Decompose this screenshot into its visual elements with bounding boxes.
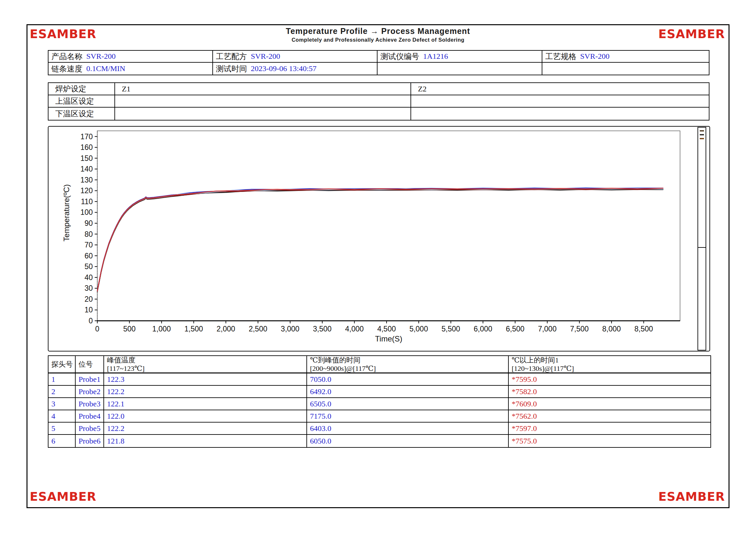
x-tick-label: 7,000: [538, 325, 556, 333]
probe-position-cell: Probe6: [76, 435, 104, 447]
y-tick-label: 170: [80, 133, 93, 141]
title-right: Process Management: [381, 27, 470, 36]
header-line: ℃以上的时间1: [512, 356, 559, 365]
x-tick-label: 0: [95, 325, 99, 333]
furnace-label: 焊炉设定: [51, 84, 86, 94]
time-above-cell: *7609.0: [509, 398, 711, 410]
zone-z2-label: Z2: [414, 85, 427, 93]
header-line: [120~130s]@[117℃]: [512, 365, 574, 373]
info-label: 产品名称: [51, 51, 82, 62]
probe-no-cell: 5: [48, 422, 76, 435]
temperature-chart: 0102030405060708090100110120130140150160…: [48, 127, 710, 351]
x-tick-label: 4,000: [345, 325, 364, 333]
time-to-peak-cell: 7175.0: [307, 410, 509, 422]
x-tick-label: 5,000: [410, 325, 428, 333]
y-axis-title: Temperature(ºC): [62, 185, 71, 242]
y-tick-label: 110: [81, 197, 93, 206]
info-label: 测试时间: [216, 64, 247, 74]
x-axis-title: Time(S): [375, 334, 402, 343]
temperature-chart-panel: 0102030405060708090100110120130140150160…: [48, 126, 710, 351]
info-label: 链条速度: [51, 64, 82, 74]
time-above-cell: *7595.0: [509, 373, 711, 386]
y-tick-label: 130: [80, 176, 93, 184]
info-value: SVR-200: [580, 52, 609, 61]
info-value: 1A1216: [423, 52, 448, 61]
y-tick-label: 30: [84, 284, 93, 292]
info-cell-test-time: 测试时间2023-09-06 13:40:57: [213, 63, 378, 75]
furnace-label: 下温区设定: [51, 109, 94, 119]
y-tick-label: 140: [80, 165, 93, 173]
time-above-cell: *7597.0: [509, 422, 711, 435]
peak-temp-cell: 122.1: [104, 398, 307, 410]
x-tick-label: 1,500: [185, 325, 203, 333]
probe-position-cell: Probe3: [76, 398, 104, 410]
title-left: Temperature Profile: [286, 27, 367, 36]
peak-temp-cell: 122.2: [104, 422, 307, 435]
probe-no-cell: 3: [48, 398, 76, 410]
legend-mark: [700, 130, 704, 132]
x-tick-label: 500: [123, 325, 135, 333]
col-header-position: 位号: [76, 356, 104, 373]
col-header-time-above: ℃以上的时间1[120~130s]@[117℃]: [509, 356, 711, 373]
chart-scrollbar[interactable]: [697, 127, 706, 350]
probe-no-cell: 1: [48, 373, 76, 386]
y-tick-label: 90: [84, 219, 93, 227]
info-cell-recipe: 工艺配方SVR-200: [213, 51, 378, 63]
header-line: [200~9000s]@[117℃]: [310, 365, 376, 373]
upper-zone-z1-value: [115, 95, 411, 108]
y-tick-label: 40: [84, 273, 93, 282]
page-subtitle: Completely and Professionally Achieve Ze…: [0, 37, 756, 43]
legend-mark: [700, 134, 704, 135]
x-tick-label: 3,500: [313, 325, 332, 333]
x-tick-label: 5,500: [442, 325, 460, 333]
x-tick-label: 6,500: [506, 325, 525, 333]
info-cell-chain-speed: 链条速度0.1CM/MIN: [48, 63, 213, 75]
probe-position-cell: Probe4: [76, 410, 104, 422]
series-Probe4: [97, 189, 663, 291]
y-tick-label: 100: [80, 208, 93, 216]
x-tick-label: 2,500: [249, 325, 267, 333]
chart-scrollbar-thumb[interactable]: [697, 247, 706, 350]
report-title-block: Temperature Profile → Process Management…: [0, 27, 756, 43]
info-cell-empty: [542, 63, 709, 75]
report-page: { "brand": {"logo": "ESAMBER"}, "colors"…: [0, 0, 756, 534]
info-cell-empty: [378, 63, 542, 75]
probe-position-cell: Probe5: [76, 422, 104, 435]
y-tick-label: 150: [80, 154, 93, 163]
time-to-peak-cell: 6505.0: [307, 398, 509, 410]
brand-logo-bottom-left: ESAMBER: [30, 490, 96, 504]
series-Probe1: [97, 188, 663, 291]
y-tick-label: 10: [84, 306, 93, 314]
chart-scrollbar-track[interactable]: [697, 127, 706, 248]
x-tick-label: 6,000: [474, 325, 493, 333]
y-tick-label: 50: [84, 262, 93, 271]
info-value: SVR-200: [86, 52, 116, 61]
col-header-time-to-peak: ℃到峰值的时间[200~9000s]@[117℃]: [307, 356, 509, 373]
col-header-peak-temp: 峰值温度[117~123℃]: [104, 356, 307, 373]
arrow-right-icon: →: [370, 27, 379, 36]
legend-mark: [700, 138, 704, 139]
info-cell-spec: 工艺规格SVR-200: [542, 51, 709, 63]
x-tick-label: 3,000: [281, 325, 300, 333]
header-line: 峰值温度: [107, 356, 135, 365]
probe-results-table: 探头号 位号 峰值温度[117~123℃] ℃到峰值的时间[200~9000s]…: [48, 355, 711, 448]
x-tick-label: 2,000: [217, 325, 235, 333]
col-header-probe-no: 探头号: [48, 356, 76, 373]
lower-zone-z1-value: [115, 108, 411, 120]
series-Probe2: [97, 189, 663, 292]
x-tick-label: 7,500: [570, 325, 589, 333]
info-table: 产品名称SVR-200 工艺配方SVR-200 测试仪编号1A1216 工艺规格…: [48, 50, 710, 75]
x-tick-label: 4,500: [377, 325, 396, 333]
y-tick-label: 60: [84, 252, 93, 260]
info-label: 工艺配方: [216, 51, 247, 62]
x-tick-label: 8,000: [602, 325, 621, 333]
time-above-cell: *7582.0: [509, 386, 711, 398]
y-tick-label: 0: [89, 317, 93, 325]
peak-temp-cell: 122.0: [104, 410, 307, 422]
probe-no-cell: 6: [48, 435, 76, 447]
probe-position-cell: Probe2: [76, 386, 104, 398]
peak-temp-cell: 121.8: [104, 435, 307, 447]
x-tick-label: 1,000: [152, 325, 171, 333]
time-to-peak-cell: 7050.0: [307, 373, 509, 386]
y-tick-label: 80: [84, 230, 93, 239]
